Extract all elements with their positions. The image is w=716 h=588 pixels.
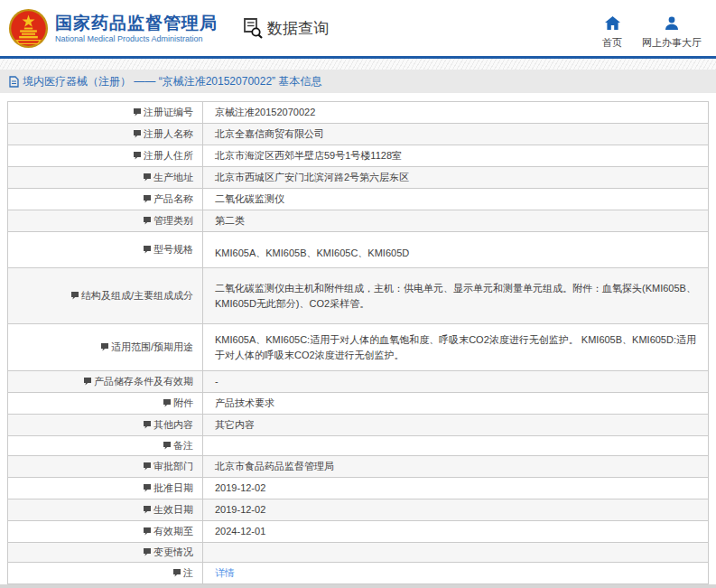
table-row: 管理类别 第二类 xyxy=(8,210,709,232)
table-row: 产品储存条件及有效期 - xyxy=(8,371,709,393)
note-icon xyxy=(133,107,142,118)
row-value: 北京市西城区广安门北滨河路2号第六层东区 xyxy=(215,172,409,182)
row-value: 北京全嘉信商贸有限公司 xyxy=(215,128,324,139)
row-label: 产品储存条件及有效期 xyxy=(94,376,193,387)
bottom-divider-bar xyxy=(0,584,716,588)
table-row: 型号规格 KMI605A、KMI605B、KMI605C、KMI605D xyxy=(8,232,709,268)
table-row: 注 详情 xyxy=(8,563,709,584)
page-header: 国家药品监督管理局 National Medical Products Admi… xyxy=(0,0,716,56)
table-row: 备注 xyxy=(8,436,709,456)
row-value: 其它内容 xyxy=(215,419,255,430)
row-label: 结构及组成/主要组成成分 xyxy=(81,290,193,301)
registration-detail-table: 注册证编号 京械注准20152070022 注册人名称 北京全嘉信商贸有限公司 xyxy=(7,101,709,584)
note-icon xyxy=(143,216,152,227)
row-label: 注册人住所 xyxy=(144,150,193,161)
nav-service-hall[interactable]: 网上办事大厅 xyxy=(642,16,702,50)
note-icon xyxy=(163,441,172,452)
org-titles: 国家药品监督管理局 National Medical Products Admi… xyxy=(55,13,218,44)
row-label: 管理类别 xyxy=(153,215,193,226)
row-label: 注 xyxy=(183,567,193,578)
row-value: 2024-12-01 xyxy=(215,526,265,537)
brand-block: 国家药品监督管理局 National Medical Products Admi… xyxy=(0,8,218,49)
row-value: 产品技术要求 xyxy=(215,397,274,408)
row-value: 京械注准20152070022 xyxy=(215,107,315,117)
row-value: KMI605A、KMI605C:适用于对人体的血氧饱和度、呼吸末CO2浓度进行无… xyxy=(215,334,696,360)
note-icon xyxy=(172,568,181,579)
table-row: 适用范围/预期用途 KMI605A、KMI605C:适用于对人体的血氧饱和度、呼… xyxy=(8,324,709,371)
note-icon xyxy=(143,194,152,205)
person-icon xyxy=(665,16,679,33)
row-label: 其他内容 xyxy=(153,419,193,430)
nav-home-label: 首页 xyxy=(602,36,622,50)
row-label: 生效日期 xyxy=(153,504,193,515)
row-value: - xyxy=(215,376,219,387)
row-label: 有效期至 xyxy=(153,526,193,537)
table-row: 注册证编号 京械注准20152070022 xyxy=(8,102,709,124)
table-row: 产品名称 二氧化碳监测仪 xyxy=(8,189,709,210)
row-label: 产品名称 xyxy=(153,193,193,204)
note-icon xyxy=(143,173,152,183)
breadcrumb-title: 境内医疗器械（注册） —— “京械注准20152070022” 基本信息 xyxy=(23,74,321,89)
table-row: 注册人名称 北京全嘉信商贸有限公司 xyxy=(8,124,709,145)
note-icon xyxy=(143,483,152,494)
table-row: 附件 产品技术要求 xyxy=(8,393,709,415)
row-label: 注册人名称 xyxy=(144,128,193,139)
row-value: 二氧化碳监测仪 xyxy=(215,193,284,204)
home-icon xyxy=(605,16,620,33)
note-icon xyxy=(163,398,172,409)
row-label: 适用范围/预期用途 xyxy=(111,341,193,352)
table-row: 其他内容 其它内容 xyxy=(8,415,709,436)
table-row: 注册人住所 北京市海淀区西郊半壁店59号1号楼1128室 xyxy=(8,145,709,167)
row-label: 注册证编号 xyxy=(144,107,193,117)
table-row: 结构及组成/主要组成成分 二氧化碳监测仪由主机和附件组成，主机：供电单元、显示单… xyxy=(8,268,709,324)
top-navigation: 首页 网上办事大厅 xyxy=(602,7,716,50)
row-label: 型号规格 xyxy=(153,244,193,255)
note-icon xyxy=(133,151,142,162)
row-value: 北京市海淀区西郊半壁店59号1号楼1128室 xyxy=(215,150,402,161)
note-icon xyxy=(133,129,142,140)
note-icon xyxy=(143,505,152,516)
national-emblem-logo xyxy=(8,8,49,49)
detail-link[interactable]: 详情 xyxy=(215,567,235,578)
row-value: 第二类 xyxy=(215,215,245,226)
row-value: 2019-12-02 xyxy=(215,482,265,493)
row-label: 附件 xyxy=(173,397,193,408)
note-icon xyxy=(143,420,152,431)
note-icon xyxy=(100,342,109,353)
row-value: 北京市食品药品监督管理局 xyxy=(215,461,334,471)
data-query-icon xyxy=(243,17,264,40)
note-icon xyxy=(70,291,79,302)
row-label: 生产地址 xyxy=(153,172,193,182)
table-row: 生效日期 2019-12-02 xyxy=(8,499,709,521)
row-value: KMI605A、KMI605B、KMI605C、KMI605D xyxy=(215,247,409,258)
breadcrumb: 境内医疗器械（注册） —— “京械注准20152070022” 基本信息 xyxy=(0,70,716,93)
row-label: 变更情况 xyxy=(153,546,193,557)
row-label: 审批部门 xyxy=(153,461,193,471)
row-value: 2019-12-02 xyxy=(215,504,265,515)
row-label: 备注 xyxy=(173,440,193,451)
nav-service-hall-label: 网上办事大厅 xyxy=(642,36,702,50)
data-query-label: 数据查询 xyxy=(267,18,329,39)
registration-detail-table-wrap: 注册证编号 京械注准20152070022 注册人名称 北京全嘉信商贸有限公司 xyxy=(7,101,709,584)
note-icon xyxy=(143,527,152,537)
note-icon xyxy=(143,547,152,558)
table-row: 批准日期 2019-12-02 xyxy=(8,478,709,499)
org-name-en: National Medical Products Administration xyxy=(55,33,218,44)
document-icon xyxy=(9,76,19,88)
nav-home[interactable]: 首页 xyxy=(602,16,622,50)
note-icon xyxy=(143,462,152,472)
note-icon xyxy=(143,245,152,256)
table-row: 变更情况 xyxy=(8,543,709,563)
data-query-tab[interactable]: 数据查询 xyxy=(243,17,329,40)
table-row: 生产地址 北京市西城区广安门北滨河路2号第六层东区 xyxy=(8,167,709,189)
hatch-strip xyxy=(0,59,716,70)
row-value: 二氧化碳监测仪由主机和附件组成，主机：供电单元、显示单元和测量单元组成。附件：血… xyxy=(215,283,696,309)
row-label: 批准日期 xyxy=(153,482,193,493)
org-name-cn: 国家药品监督管理局 xyxy=(55,13,218,33)
note-icon xyxy=(83,377,92,387)
table-row: 有效期至 2024-12-01 xyxy=(8,521,709,543)
table-row: 审批部门 北京市食品药品监督管理局 xyxy=(8,456,709,478)
